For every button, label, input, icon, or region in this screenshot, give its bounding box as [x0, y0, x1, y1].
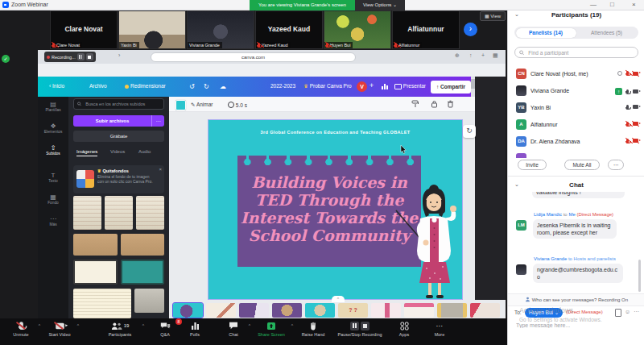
- view-options-button[interactable]: View Options ⌄: [355, 0, 405, 10]
- qa-button[interactable]: 8 Q&A: [153, 321, 177, 337]
- lock-icon[interactable]: [431, 100, 438, 108]
- chevron-up-icon[interactable]: ^: [249, 323, 250, 328]
- uploaded-image-thumbnail[interactable]: [134, 289, 164, 313]
- slide-thumbnail-4[interactable]: [272, 303, 302, 318]
- slide-thumbnail-1[interactable]: [173, 303, 203, 318]
- canva-resize-button[interactable]: Redimensionar: [125, 83, 166, 89]
- chat-button[interactable]: ^ Chat: [219, 321, 248, 337]
- participant-search-input[interactable]: [526, 49, 634, 56]
- more-button[interactable]: ⋯ More: [428, 321, 451, 337]
- add-member-icon[interactable]: +: [369, 81, 374, 89]
- sync-button[interactable]: ↻: [463, 125, 476, 138]
- paint-roller-icon[interactable]: [411, 100, 419, 108]
- uploaded-image-thumbnail[interactable]: [73, 234, 118, 256]
- chevron-up-icon[interactable]: ^: [142, 323, 144, 328]
- new-tab-icon[interactable]: +: [481, 52, 485, 58]
- uploads-search[interactable]: [73, 98, 164, 110]
- pause-recording-icon[interactable]: [350, 322, 359, 330]
- video-tile-yazeed-kaud[interactable]: Yazeed Kaud Yazeed Kaud: [255, 10, 323, 49]
- apps-button[interactable]: Apps: [393, 321, 415, 337]
- polls-button[interactable]: Polls: [184, 321, 206, 337]
- duration-button[interactable]: 5.0 s: [228, 102, 247, 108]
- next-videos-button[interactable]: ›: [464, 23, 477, 36]
- tab-overview-icon[interactable]: ▦: [493, 52, 498, 59]
- slide-thumbnail-7[interactable]: [371, 303, 401, 318]
- slide-thumbnail-9[interactable]: [437, 303, 467, 318]
- insights-icon[interactable]: [382, 84, 389, 90]
- undo-icon[interactable]: ↺: [189, 83, 195, 90]
- background-remover-promo[interactable]: ♛ Quitafondos Elimina el fondo de tu ima…: [73, 165, 164, 193]
- pause-stop-recording-button[interactable]: Pause/Stop Recording: [335, 321, 385, 337]
- sidebar-item-elementos[interactable]: ❖Elementos: [38, 123, 68, 134]
- slide-thumbnail-8[interactable]: [404, 303, 434, 318]
- present-button[interactable]: Presentar: [394, 83, 426, 89]
- canva-file-menu[interactable]: Archivo: [89, 83, 107, 89]
- trash-icon[interactable]: [447, 100, 454, 108]
- compose-more-icon[interactable]: ⋯: [634, 309, 639, 315]
- view-layout-button[interactable]: ▦ View: [480, 11, 506, 21]
- participants-button[interactable]: 19 ^ Participants: [100, 321, 140, 337]
- invite-button[interactable]: Invite: [518, 160, 547, 170]
- file-attach-icon[interactable]: [615, 309, 621, 318]
- uploads-tab-audio[interactable]: Audio: [138, 149, 151, 156]
- downloads-icon[interactable]: ⊕: [455, 52, 460, 59]
- close-button[interactable]: ×: [632, 1, 636, 9]
- color-swatch[interactable]: [175, 100, 186, 110]
- chevron-up-icon[interactable]: ^: [39, 323, 40, 328]
- uploaded-image-thumbnail[interactable]: [136, 196, 164, 230]
- video-tile-huyen-bui[interactable]: Huyen Bui: [324, 10, 391, 49]
- uploads-tab-imagenes[interactable]: Imágenes: [76, 149, 97, 156]
- participant-row-alfiatunnur[interactable]: A Alfiatunnur: [508, 117, 644, 134]
- canva-share-button[interactable]: ↑ Compartir: [431, 81, 471, 94]
- sidebar-item-texto[interactable]: TTexto: [38, 172, 68, 183]
- uploaded-image-thumbnail[interactable]: [73, 289, 131, 318]
- tab-attendees[interactable]: Attendees (5): [576, 28, 637, 38]
- record-yourself-button[interactable]: Grábate: [73, 131, 164, 142]
- uploaded-image-thumbnail[interactable]: [121, 234, 164, 256]
- mute-all-button[interactable]: Mute All: [564, 160, 600, 170]
- pause-recording-icon[interactable]: [77, 53, 85, 60]
- participant-row-clare-novat[interactable]: CN Clare Novat (Host, me): [508, 66, 644, 83]
- chevron-up-icon[interactable]: ^: [291, 323, 293, 328]
- slide-thumbnail-5[interactable]: [305, 303, 335, 318]
- uploads-search-input[interactable]: [84, 101, 160, 107]
- upload-options-icon[interactable]: ⋯: [151, 115, 164, 127]
- minimize-button[interactable]: —: [590, 1, 597, 9]
- address-bar[interactable]: canva.com: [151, 52, 356, 62]
- emoji-icon[interactable]: ☺: [625, 309, 630, 314]
- uploads-tab-videos[interactable]: Videos: [110, 149, 125, 156]
- canva-home-button[interactable]: ‹ Inicio: [49, 83, 64, 89]
- participant-row-partial[interactable]: [508, 151, 644, 158]
- uploaded-image-thumbnail[interactable]: [73, 196, 101, 230]
- uploaded-image-thumbnail[interactable]: [105, 196, 133, 230]
- sidebar-item-plantillas[interactable]: ▤Plantillas: [38, 101, 68, 112]
- stop-recording-icon[interactable]: [361, 322, 369, 330]
- upload-files-button[interactable]: Subir archivos ⋯: [73, 115, 164, 127]
- start-video-button[interactable]: ^ Start Video: [42, 321, 77, 337]
- slide-thumbnail-2[interactable]: [206, 303, 236, 318]
- chat-privacy-footer[interactable]: Who can see your messages? Recording On: [508, 293, 644, 306]
- video-tile-viviana-grande[interactable]: Viviana Grande: [187, 10, 254, 49]
- sidebar-item-subidos[interactable]: ⇧Subidos: [38, 144, 68, 156]
- user-avatar[interactable]: V: [357, 81, 367, 92]
- slide-thumbnail-3[interactable]: [239, 303, 269, 318]
- tab-panelists[interactable]: Panelists (14): [516, 28, 576, 38]
- sidebar-item-fondo[interactable]: ▦Fondo: [38, 193, 68, 205]
- chevron-up-icon[interactable]: ^: [77, 323, 79, 328]
- slide-thumbnail-6[interactable]: ? ?: [338, 303, 368, 318]
- share-page-icon[interactable]: ↑: [469, 52, 473, 58]
- raise-hand-button[interactable]: Raise Hand: [295, 321, 332, 337]
- filmstrip-expand-handle[interactable]: ^: [332, 296, 345, 302]
- animate-button[interactable]: ✎ Animar: [191, 102, 213, 108]
- participant-row-yaxin-bi[interactable]: YB Yaxin Bi: [508, 100, 644, 117]
- participant-row-dr-alena-zhdanava[interactable]: DA Dr. Alena Zhdanava: [508, 134, 644, 151]
- uploaded-image-thumbnail[interactable]: [121, 260, 164, 285]
- participants-more-button[interactable]: ⋯: [608, 160, 624, 170]
- participant-search[interactable]: [514, 47, 638, 58]
- video-tile-yaxin-bi[interactable]: Yaxin Bi: [118, 10, 186, 49]
- share-screen-button[interactable]: ^ Share Screen: [253, 321, 290, 337]
- participant-row-viviana-grande[interactable]: Viviana Grande ↑: [508, 83, 644, 100]
- try-canva-pro-button[interactable]: ♛ Probar Canva Pro: [303, 83, 352, 89]
- sidebar-item-mas[interactable]: ⋯Más: [38, 215, 68, 227]
- unmute-button[interactable]: ^ Unmute: [5, 321, 37, 337]
